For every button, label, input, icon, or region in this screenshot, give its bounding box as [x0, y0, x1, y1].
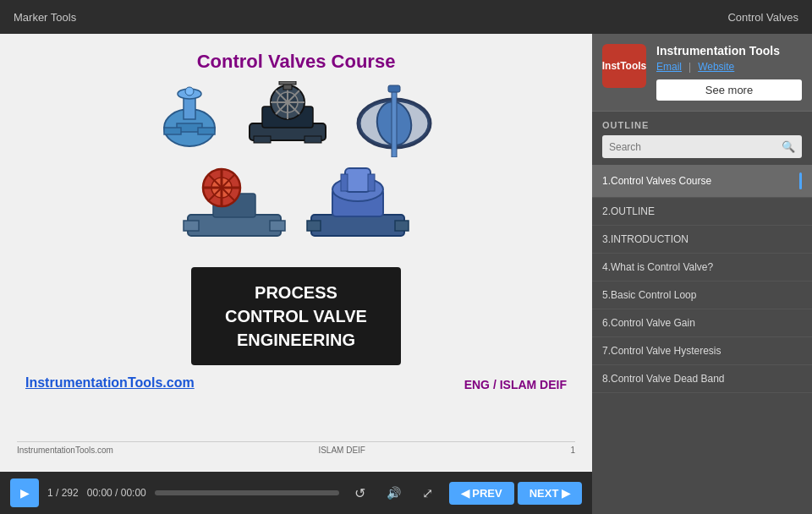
globe-valve-icon [151, 81, 228, 157]
outline-item-label: Basic Control Loop [611, 289, 696, 301]
outline-item-label: INTRODUCTION [611, 233, 689, 245]
outline-item-number: 4. [602, 261, 611, 273]
outline-item[interactable]: 1. Control Valves Course [592, 165, 812, 198]
svg-rect-34 [311, 215, 404, 236]
progress-bar[interactable] [155, 490, 339, 495]
instructor-logo: Inst Tools [602, 44, 646, 88]
marker-tools-title: Marker Tools [14, 11, 76, 24]
prev-button[interactable]: ◀ PREV [449, 482, 514, 505]
search-input[interactable] [602, 136, 775, 158]
play-button[interactable]: ▶ [10, 478, 39, 507]
search-box[interactable]: 🔍 [602, 135, 802, 158]
search-icon: 🔍 [775, 135, 802, 158]
outline-item-number: 1. [602, 175, 611, 187]
outline-item-label: Control Valve Gain [611, 317, 695, 329]
outline-item[interactable]: 2. OUTLINE [592, 198, 812, 226]
svg-rect-15 [254, 136, 271, 143]
link-divider: | [689, 61, 691, 73]
outline-item-label: What is Control Valve? [611, 261, 713, 273]
website-link-sidebar[interactable]: Website [698, 61, 734, 73]
outline-item-label: Control Valve Dead Band [611, 373, 725, 385]
svg-rect-18 [279, 81, 296, 85]
banner-line3: ENGINEERING [225, 328, 367, 352]
top-bar: Marker Tools Control Valves [0, 0, 812, 34]
black-banner: PROCESS CONTROL VALVE ENGINEERING [191, 267, 401, 365]
outline-item[interactable]: 7. Control Valve Hysteresis [592, 337, 812, 365]
email-link[interactable]: Email [656, 61, 682, 73]
outline-item[interactable]: 4. What is Control Valve? [592, 254, 812, 282]
svg-rect-40 [307, 221, 321, 231]
gear-valve-icon [241, 81, 334, 157]
video-container: Control Valves Course [0, 34, 592, 472]
control-valves-title: Control Valves [727, 11, 798, 24]
refresh-button[interactable]: ↺ [348, 480, 373, 506]
logo-line1: Inst [602, 60, 620, 72]
svg-rect-23 [388, 85, 400, 92]
outline-item-number: 2. [602, 205, 611, 217]
see-more-button[interactable]: See more [656, 79, 802, 101]
refresh-icon: ↺ [354, 485, 365, 501]
outline-item[interactable]: 3. INTRODUCTION [592, 226, 812, 254]
outline-item-number: 7. [602, 345, 611, 357]
outline-item-label: Control Valves Course [611, 175, 711, 187]
video-section: Control Valves Course [0, 34, 592, 514]
actuated-valve-left-icon [179, 164, 289, 257]
banner-line1: PROCESS [225, 281, 367, 304]
svg-rect-33 [270, 221, 285, 231]
valve-images-bottom [179, 164, 413, 257]
outline-item[interactable]: 8. Control Valve Dead Band [592, 365, 812, 393]
outline-item-number: 3. [602, 233, 611, 245]
website-link[interactable]: InstrumentationTools.com [25, 375, 195, 391]
svg-point-6 [185, 87, 194, 96]
instructor-name: Instrumentation Tools [656, 44, 802, 57]
butterfly-valve-icon [348, 81, 441, 157]
outline-item-number: 6. [602, 317, 611, 329]
fullscreen-button[interactable]: ⤢ [415, 480, 441, 506]
outline-item-label: OUTLINE [611, 205, 655, 217]
svg-rect-32 [184, 221, 199, 231]
volume-button[interactable]: 🔊 [381, 480, 407, 506]
logo-line2: Tools [620, 60, 646, 72]
slide-counter: 1 / 292 [47, 487, 79, 499]
slide-content: Control Valves Course [0, 34, 592, 472]
play-icon: ▶ [20, 486, 30, 500]
svg-rect-39 [368, 174, 375, 191]
next-button[interactable]: NEXT ▶ [518, 482, 582, 505]
outline-item-number: 5. [602, 289, 611, 301]
sidebar: Inst Tools Instrumentation Tools Email |… [592, 34, 812, 514]
slide-footer: InstrumentationTools.com ISLAM DEIF 1 [17, 441, 575, 455]
svg-rect-5 [198, 128, 215, 134]
nav-buttons: ◀ PREV NEXT ▶ [449, 482, 582, 505]
outline-section: OUTLINE 🔍 1. Control Valves Course2. OUT… [592, 112, 812, 514]
svg-rect-22 [392, 90, 397, 157]
footer-num: 1 [570, 446, 575, 455]
time-display: 00:00 / 00:00 [87, 487, 146, 499]
banner-line2: CONTROL VALVE [225, 304, 367, 328]
svg-rect-37 [345, 168, 370, 192]
volume-icon: 🔊 [387, 486, 401, 500]
instructor-links: Email | Website [656, 61, 802, 73]
svg-rect-16 [304, 136, 321, 143]
outline-item-number: 8. [602, 373, 611, 385]
main-content: Control Valves Course [0, 34, 812, 514]
fullscreen-icon: ⤢ [422, 485, 433, 501]
controls-bar: ▶ 1 / 292 00:00 / 00:00 ↺ 🔊 ⤢ ◀ PREV NEX… [0, 472, 592, 514]
outline-header: OUTLINE [592, 112, 812, 135]
svg-rect-38 [341, 174, 348, 191]
valve-images-top [151, 81, 441, 157]
outline-item[interactable]: 5. Basic Control Loop [592, 282, 812, 309]
slide-title: Control Valves Course [197, 51, 396, 73]
footer-left: InstrumentationTools.com [17, 446, 113, 455]
svg-rect-41 [395, 221, 409, 231]
outline-list: 1. Control Valves Course2. OUTLINE3. INT… [592, 165, 812, 514]
svg-rect-4 [164, 128, 181, 134]
outline-item-label: Control Valve Hysteresis [611, 345, 721, 357]
instructor-card: Inst Tools Instrumentation Tools Email |… [592, 34, 812, 112]
outline-item[interactable]: 6. Control Valve Gain [592, 309, 812, 337]
author-text: ENG / ISLAM DEIF [464, 378, 567, 391]
instructor-info: Instrumentation Tools Email | Website Se… [656, 44, 802, 101]
actuated-valve-right-icon [303, 164, 413, 257]
footer-right: ISLAM DEIF [318, 446, 365, 455]
